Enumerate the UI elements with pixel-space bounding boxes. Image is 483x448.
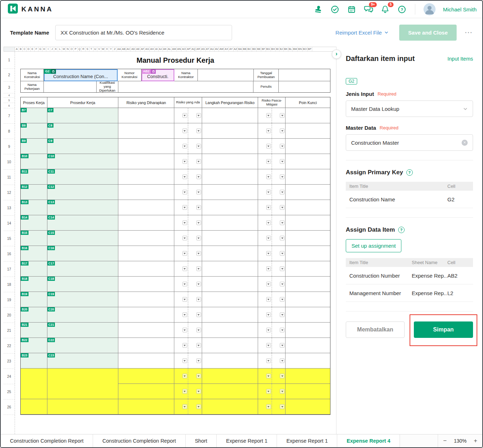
dropdown-arrow-icon[interactable] <box>196 190 201 195</box>
sheet-cell[interactable] <box>174 231 202 246</box>
column-letter[interactable]: A <box>15 47 19 51</box>
sheet-cell[interactable] <box>286 353 330 369</box>
sub-cell[interactable] <box>272 123 285 138</box>
row-number[interactable]: 2 <box>4 69 15 82</box>
sub-cell[interactable] <box>174 277 188 292</box>
sub-cell[interactable] <box>188 369 202 383</box>
sheet-cell[interactable]: B12 <box>21 185 47 200</box>
sheet-cell[interactable]: C12 <box>47 185 119 200</box>
dropdown-arrow-icon[interactable] <box>266 236 271 241</box>
sheet-cell[interactable] <box>118 369 174 384</box>
sheet-cell[interactable]: B11 <box>21 169 47 185</box>
sheet-cell[interactable] <box>21 369 47 399</box>
column-letter[interactable]: AL <box>168 47 172 51</box>
header-langkah-pengurangan[interactable]: Langkah Pengurangan Risiko <box>202 97 258 108</box>
sheet-cell[interactable] <box>174 154 202 169</box>
sub-cell[interactable] <box>174 399 188 414</box>
sheet-cell[interactable] <box>47 399 119 414</box>
sub-cell[interactable] <box>258 338 272 353</box>
dropdown-arrow-icon[interactable] <box>280 405 284 409</box>
sheet-cell[interactable] <box>174 139 202 154</box>
row-number[interactable]: 15 <box>4 231 15 246</box>
sheet-cell[interactable] <box>202 384 258 399</box>
column-letter[interactable]: AN <box>177 47 181 51</box>
column-letter[interactable]: BD <box>252 47 257 51</box>
sheet-cell[interactable] <box>286 154 330 169</box>
sheet-cell[interactable]: C22 <box>47 338 119 353</box>
sheet-cell[interactable] <box>202 154 258 169</box>
column-letter[interactable]: BE <box>257 47 261 51</box>
column-letter[interactable]: BO <box>303 47 308 51</box>
dropdown-arrow-icon[interactable] <box>266 343 271 348</box>
sheet-cell[interactable] <box>202 399 258 414</box>
sheet-cell[interactable]: B8 <box>21 123 47 139</box>
column-letter[interactable]: AV <box>215 47 219 51</box>
row-number[interactable]: 5 <box>4 98 15 103</box>
sheet-cell[interactable] <box>279 69 330 81</box>
dropdown-arrow-icon[interactable] <box>266 175 271 179</box>
sheet-cell[interactable] <box>258 277 286 292</box>
dropdown-arrow-icon[interactable] <box>183 205 187 210</box>
sheet-cell[interactable] <box>44 81 97 92</box>
column-letter[interactable]: J <box>50 47 54 51</box>
sub-cell[interactable] <box>258 353 272 368</box>
sub-cell[interactable] <box>258 231 272 246</box>
sub-cell[interactable] <box>258 215 272 230</box>
sheet-cell[interactable]: B23 <box>21 353 47 369</box>
column-letter[interactable]: L <box>58 47 62 51</box>
column-letter[interactable]: C <box>23 47 27 51</box>
sheet-cell[interactable] <box>118 215 174 231</box>
dropdown-arrow-icon[interactable] <box>196 359 201 363</box>
sheet-cell[interactable]: B19 <box>21 292 47 307</box>
column-letter[interactable]: BK <box>284 47 288 51</box>
sheet-cell[interactable] <box>174 399 202 414</box>
sheet-tab[interactable]: Short <box>186 434 217 447</box>
column-letter[interactable]: BH <box>271 47 276 51</box>
row-number[interactable]: 11 <box>4 170 15 185</box>
sub-cell[interactable] <box>258 384 272 399</box>
sheet-cell[interactable]: B14 <box>21 215 47 231</box>
sub-cell[interactable] <box>188 353 202 368</box>
sub-cell[interactable] <box>188 108 202 123</box>
dropdown-arrow-icon[interactable] <box>266 221 271 225</box>
sub-cell[interactable] <box>174 384 188 399</box>
header-prosedur-kerja[interactable]: Prosedur Kerja <box>47 97 119 108</box>
sheet-cell[interactable] <box>258 399 286 414</box>
column-letter[interactable]: W <box>101 47 105 51</box>
dropdown-arrow-icon[interactable] <box>266 282 271 287</box>
sheet-cell[interactable] <box>258 200 286 215</box>
dropdown-arrow-icon[interactable] <box>196 113 201 118</box>
sheet-cell[interactable] <box>258 307 286 323</box>
column-letter[interactable]: V <box>97 47 101 51</box>
sheet-cell[interactable] <box>286 123 330 139</box>
column-letter[interactable]: AJ <box>159 47 163 51</box>
sub-cell[interactable] <box>188 246 202 261</box>
sub-cell[interactable] <box>272 307 285 322</box>
dropdown-arrow-icon[interactable] <box>266 113 271 118</box>
sheet-cell[interactable]: B21 <box>21 323 47 338</box>
dropdown-arrow-icon[interactable] <box>280 282 284 287</box>
collapse-panel-button[interactable]: › <box>332 50 341 59</box>
dropdown-arrow-icon[interactable] <box>183 221 187 225</box>
column-letter[interactable]: K <box>54 47 58 51</box>
sheet-cell[interactable] <box>118 200 174 215</box>
sheet-cell[interactable] <box>286 323 330 338</box>
sheet-cell[interactable] <box>174 323 202 338</box>
row-number[interactable]: 4 <box>4 93 15 98</box>
sheet-cell[interactable] <box>118 277 174 292</box>
dropdown-arrow-icon[interactable] <box>196 175 201 179</box>
column-letter[interactable]: BC <box>247 47 252 51</box>
sheet-cell[interactable] <box>202 169 258 185</box>
dropdown-arrow-icon[interactable] <box>196 405 201 409</box>
row-number[interactable]: 7 <box>4 108 15 124</box>
column-letter[interactable]: G <box>38 47 42 51</box>
sheet-cell[interactable] <box>286 277 330 292</box>
header-risiko-ada[interactable]: Risiko yang Ada <box>174 97 202 108</box>
dropdown-arrow-icon[interactable] <box>196 205 201 210</box>
dropdown-arrow-icon[interactable] <box>280 236 284 241</box>
sheet-cell[interactable]: B10 <box>21 154 47 169</box>
sheet-cell[interactable]: C7 <box>47 108 119 123</box>
user-name[interactable]: Michael Smith <box>443 6 477 12</box>
sub-cell[interactable] <box>272 277 285 292</box>
sheet-cell[interactable] <box>258 139 286 154</box>
